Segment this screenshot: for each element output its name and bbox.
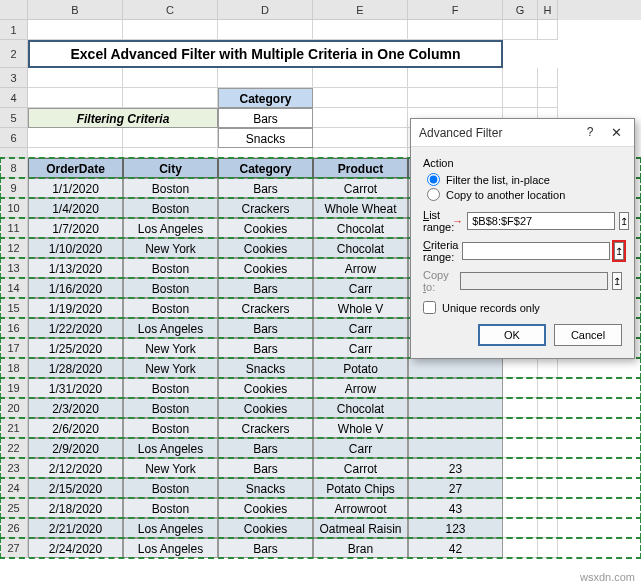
table-cell[interactable]: 1/25/2020 bbox=[28, 338, 123, 358]
row-header-27[interactable]: 27 bbox=[0, 538, 28, 558]
table-cell[interactable]: Carr bbox=[313, 338, 408, 358]
table-cell[interactable]: 1/28/2020 bbox=[28, 358, 123, 378]
table-cell[interactable]: 2/24/2020 bbox=[28, 538, 123, 558]
table-cell[interactable]: New York bbox=[123, 238, 218, 258]
row-header-2[interactable]: 2 bbox=[0, 40, 28, 68]
criteria-header[interactable]: Category bbox=[218, 88, 313, 108]
table-cell[interactable] bbox=[408, 398, 503, 418]
table-cell[interactable]: 1/7/2020 bbox=[28, 218, 123, 238]
table-cell[interactable]: Los Angeles bbox=[123, 518, 218, 538]
table-cell[interactable]: Cookies bbox=[218, 398, 313, 418]
table-cell[interactable]: 1/13/2020 bbox=[28, 258, 123, 278]
table-cell[interactable]: Boston bbox=[123, 478, 218, 498]
row-header-17[interactable]: 17 bbox=[0, 338, 28, 358]
row-header-6[interactable]: 6 bbox=[0, 128, 28, 148]
table-cell[interactable]: Los Angeles bbox=[123, 438, 218, 458]
table-cell[interactable]: Carrot bbox=[313, 458, 408, 478]
row-header-16[interactable]: 16 bbox=[0, 318, 28, 338]
table-cell[interactable]: 1/19/2020 bbox=[28, 298, 123, 318]
table-cell[interactable]: Boston bbox=[123, 378, 218, 398]
radio-copy-location-input[interactable] bbox=[427, 188, 440, 201]
col-header-E[interactable]: E bbox=[313, 0, 408, 20]
table-cell[interactable]: Crackers bbox=[218, 418, 313, 438]
criteria-value-2[interactable]: Snacks bbox=[218, 128, 313, 148]
table-cell[interactable]: Cookies bbox=[218, 258, 313, 278]
table-cell[interactable]: Arrow bbox=[313, 378, 408, 398]
table-cell[interactable]: Cookies bbox=[218, 218, 313, 238]
row-header-20[interactable]: 20 bbox=[0, 398, 28, 418]
table-cell[interactable]: Crackers bbox=[218, 298, 313, 318]
row-header-3[interactable]: 3 bbox=[0, 68, 28, 88]
row-header-25[interactable]: 25 bbox=[0, 498, 28, 518]
table-cell[interactable]: Whole Wheat bbox=[313, 198, 408, 218]
table-cell[interactable]: Chocolat bbox=[313, 218, 408, 238]
table-cell[interactable]: 2/3/2020 bbox=[28, 398, 123, 418]
table-cell[interactable]: Bars bbox=[218, 538, 313, 558]
table-cell[interactable]: Arrowroot bbox=[313, 498, 408, 518]
table-cell[interactable]: Bran bbox=[313, 538, 408, 558]
table-cell[interactable]: Los Angeles bbox=[123, 318, 218, 338]
row-header-15[interactable]: 15 bbox=[0, 298, 28, 318]
help-button[interactable]: ? bbox=[580, 125, 600, 140]
table-cell[interactable]: Snacks bbox=[218, 478, 313, 498]
dialog-titlebar[interactable]: Advanced Filter ? ✕ bbox=[411, 119, 634, 147]
table-cell[interactable]: Los Angeles bbox=[123, 538, 218, 558]
unique-records-input[interactable] bbox=[423, 301, 436, 314]
col-header-F[interactable]: F bbox=[408, 0, 503, 20]
table-cell[interactable]: 1/22/2020 bbox=[28, 318, 123, 338]
table-cell[interactable]: Whole V bbox=[313, 418, 408, 438]
table-cell[interactable]: Snacks bbox=[218, 358, 313, 378]
radio-copy-location[interactable]: Copy to another location bbox=[427, 188, 622, 201]
table-cell[interactable]: Bars bbox=[218, 318, 313, 338]
table-cell[interactable]: 1/16/2020 bbox=[28, 278, 123, 298]
table-cell[interactable]: Boston bbox=[123, 198, 218, 218]
unique-records-checkbox[interactable]: Unique records only bbox=[423, 301, 622, 314]
table-cell[interactable]: 123 bbox=[408, 518, 503, 538]
row-header-10[interactable]: 10 bbox=[0, 198, 28, 218]
table-cell[interactable]: 23 bbox=[408, 458, 503, 478]
row-header-21[interactable]: 21 bbox=[0, 418, 28, 438]
table-cell[interactable]: New York bbox=[123, 358, 218, 378]
row-header-23[interactable]: 23 bbox=[0, 458, 28, 478]
criteria-range-collapse-button[interactable]: ↥ bbox=[614, 242, 624, 260]
row-header-1[interactable]: 1 bbox=[0, 20, 28, 40]
table-cell[interactable]: Bars bbox=[218, 178, 313, 198]
row-header-5[interactable]: 5 bbox=[0, 108, 28, 128]
table-cell[interactable]: Cookies bbox=[218, 238, 313, 258]
ok-button[interactable]: OK bbox=[478, 324, 546, 346]
table-cell[interactable]: Chocolat bbox=[313, 398, 408, 418]
table-cell[interactable]: Bars bbox=[218, 458, 313, 478]
row-header-11[interactable]: 11 bbox=[0, 218, 28, 238]
row-header-4[interactable]: 4 bbox=[0, 88, 28, 108]
table-cell[interactable]: 2/9/2020 bbox=[28, 438, 123, 458]
table-cell[interactable]: Chocolat bbox=[313, 238, 408, 258]
table-cell[interactable]: Carr bbox=[313, 278, 408, 298]
radio-filter-inplace[interactable]: Filter the list, in-place bbox=[427, 173, 622, 186]
table-cell[interactable]: 27 bbox=[408, 478, 503, 498]
table-cell[interactable]: Los Angeles bbox=[123, 218, 218, 238]
col-header-D[interactable]: D bbox=[218, 0, 313, 20]
list-range-input[interactable] bbox=[467, 212, 615, 230]
row-header-22[interactable]: 22 bbox=[0, 438, 28, 458]
table-cell[interactable]: Boston bbox=[123, 298, 218, 318]
table-cell[interactable]: Boston bbox=[123, 178, 218, 198]
table-cell[interactable]: Potato Chips bbox=[313, 478, 408, 498]
table-cell[interactable]: 1/4/2020 bbox=[28, 198, 123, 218]
criteria-range-input[interactable] bbox=[462, 242, 610, 260]
table-cell[interactable]: Carr bbox=[313, 438, 408, 458]
table-cell[interactable]: Cookies bbox=[218, 518, 313, 538]
row-header-8[interactable]: 8 bbox=[0, 158, 28, 178]
row-header-26[interactable]: 26 bbox=[0, 518, 28, 538]
table-cell[interactable] bbox=[408, 418, 503, 438]
row-header-14[interactable]: 14 bbox=[0, 278, 28, 298]
table-cell[interactable]: Boston bbox=[123, 258, 218, 278]
table-cell[interactable]: Whole V bbox=[313, 298, 408, 318]
table-cell[interactable]: 1/31/2020 bbox=[28, 378, 123, 398]
close-button[interactable]: ✕ bbox=[606, 125, 626, 140]
table-cell[interactable]: Bars bbox=[218, 278, 313, 298]
table-cell[interactable] bbox=[408, 438, 503, 458]
table-cell[interactable]: Carr bbox=[313, 318, 408, 338]
select-all-corner[interactable] bbox=[0, 0, 28, 20]
table-cell[interactable]: 43 bbox=[408, 498, 503, 518]
row-header-9[interactable]: 9 bbox=[0, 178, 28, 198]
